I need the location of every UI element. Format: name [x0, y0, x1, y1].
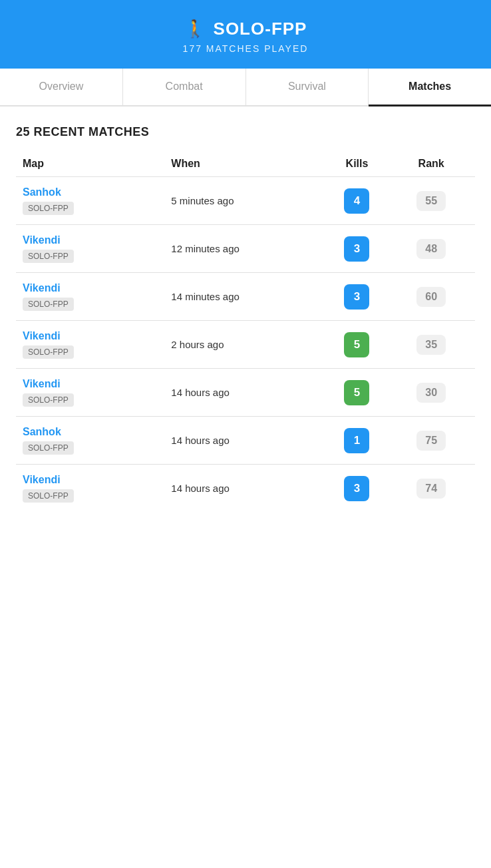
map-mode: SOLO-FPP	[23, 345, 74, 359]
col-header-rank: Rank	[394, 158, 468, 170]
rank-badge: 75	[416, 431, 446, 451]
tab-combat[interactable]: Combat	[123, 69, 246, 105]
map-name: Sanhok	[23, 426, 171, 438]
header-title: SOLO-FPP	[214, 19, 307, 39]
table-row[interactable]: Vikendi SOLO-FPP 2 hours ago 5 35	[16, 320, 475, 368]
kills-badge: 4	[344, 188, 369, 214]
rank-badge: 74	[416, 479, 446, 499]
map-name: Vikendi	[23, 474, 171, 486]
kills-cell: 5	[320, 332, 395, 357]
table-row[interactable]: Sanhok SOLO-FPP 5 minutes ago 4 55	[16, 176, 475, 224]
map-name: Vikendi	[23, 282, 171, 294]
map-mode: SOLO-FPP	[23, 441, 74, 455]
section-title: 25 RECENT MATCHES	[16, 125, 475, 139]
rank-badge: 35	[416, 335, 446, 355]
matches-content: 25 RECENT MATCHES Map When Kills Rank Sa…	[0, 107, 491, 868]
rank-badge: 48	[416, 239, 446, 259]
kills-badge: 3	[344, 284, 369, 310]
map-cell: Sanhok SOLO-FPP	[23, 186, 171, 215]
kills-cell: 3	[320, 284, 395, 310]
rank-badge: 30	[416, 383, 446, 403]
rank-cell: 74	[394, 479, 468, 499]
table-row[interactable]: Vikendi SOLO-FPP 14 minutes ago 3 60	[16, 272, 475, 320]
kills-badge: 3	[344, 236, 369, 262]
person-icon: 🚶	[184, 19, 206, 39]
col-header-when: When	[171, 158, 319, 170]
kills-cell: 1	[320, 428, 395, 453]
rank-cell: 75	[394, 431, 468, 451]
map-name: Vikendi	[23, 234, 171, 246]
when-cell: 14 hours ago	[171, 483, 319, 494]
when-cell: 14 minutes ago	[171, 291, 319, 302]
rank-cell: 48	[394, 239, 468, 259]
tab-matches[interactable]: Matches	[369, 69, 491, 107]
map-cell: Vikendi SOLO-FPP	[23, 234, 171, 263]
map-cell: Vikendi SOLO-FPP	[23, 282, 171, 311]
tab-overview[interactable]: Overview	[0, 69, 123, 105]
table-row[interactable]: Vikendi SOLO-FPP 14 hours ago 5 30	[16, 368, 475, 416]
rank-badge: 55	[416, 191, 446, 211]
table-row[interactable]: Sanhok SOLO-FPP 14 hours ago 1 75	[16, 416, 475, 464]
map-cell: Vikendi SOLO-FPP	[23, 330, 171, 359]
rank-badge: 60	[416, 287, 446, 307]
map-name: Vikendi	[23, 378, 171, 390]
matches-table: Map When Kills Rank Sanhok SOLO-FPP 5 mi…	[16, 152, 475, 512]
kills-badge: 5	[344, 332, 369, 357]
map-mode: SOLO-FPP	[23, 202, 74, 215]
header: 🚶 SOLO-FPP 177 MATCHES PLAYED	[0, 0, 491, 69]
table-rows: Sanhok SOLO-FPP 5 minutes ago 4 55 Viken…	[16, 176, 475, 512]
kills-badge: 3	[344, 476, 369, 501]
map-cell: Vikendi SOLO-FPP	[23, 378, 171, 407]
kills-cell: 5	[320, 380, 395, 405]
table-header: Map When Kills Rank	[16, 152, 475, 176]
kills-badge: 5	[344, 380, 369, 405]
map-cell: Sanhok SOLO-FPP	[23, 426, 171, 455]
map-mode: SOLO-FPP	[23, 298, 74, 311]
col-header-kills: Kills	[320, 158, 395, 170]
app-container: 🚶 SOLO-FPP 177 MATCHES PLAYED Overview C…	[0, 0, 491, 868]
rank-cell: 55	[394, 191, 468, 211]
map-cell: Vikendi SOLO-FPP	[23, 474, 171, 503]
map-mode: SOLO-FPP	[23, 489, 74, 503]
when-cell: 2 hours ago	[171, 339, 319, 350]
map-mode: SOLO-FPP	[23, 393, 74, 407]
when-cell: 14 hours ago	[171, 387, 319, 398]
header-subtitle: 177 MATCHES PLAYED	[183, 43, 309, 54]
table-row[interactable]: Vikendi SOLO-FPP 14 hours ago 3 74	[16, 464, 475, 512]
tabs-bar: Overview Combat Survival Matches	[0, 69, 491, 107]
header-title-row: 🚶 SOLO-FPP	[184, 19, 307, 39]
table-row[interactable]: Vikendi SOLO-FPP 12 minutes ago 3 48	[16, 224, 475, 272]
tab-survival[interactable]: Survival	[246, 69, 369, 105]
kills-cell: 3	[320, 236, 395, 262]
kills-cell: 4	[320, 188, 395, 214]
rank-cell: 60	[394, 287, 468, 307]
when-cell: 14 hours ago	[171, 435, 319, 446]
col-header-map: Map	[23, 158, 171, 170]
kills-cell: 3	[320, 476, 395, 501]
rank-cell: 30	[394, 383, 468, 403]
kills-badge: 1	[344, 428, 369, 453]
when-cell: 12 minutes ago	[171, 243, 319, 254]
map-name: Sanhok	[23, 186, 171, 198]
rank-cell: 35	[394, 335, 468, 355]
map-mode: SOLO-FPP	[23, 250, 74, 263]
map-name: Vikendi	[23, 330, 171, 342]
when-cell: 5 minutes ago	[171, 195, 319, 206]
